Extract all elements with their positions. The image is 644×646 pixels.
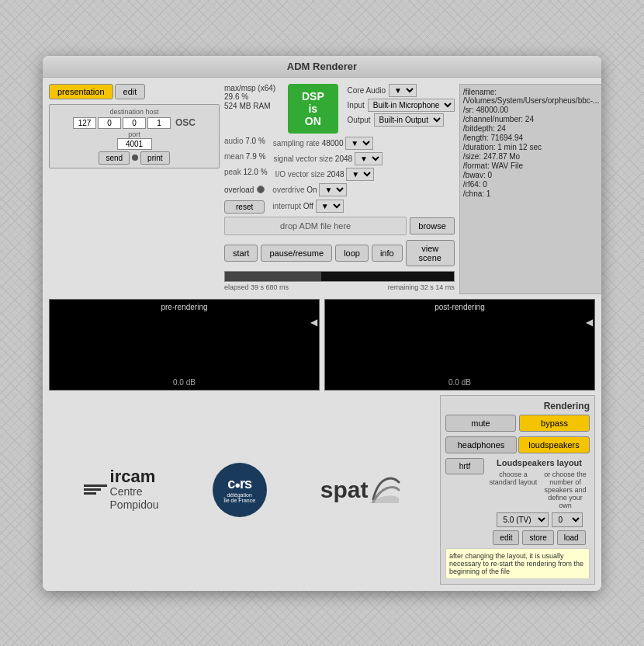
file-bitdepth: /bitdepth: 24 (463, 124, 601, 133)
signal-stats-row: mean 7.9 % signal vector size 2048 ▼ (224, 152, 455, 165)
audio-stats-row: audio 7.0 % sampling rate 48000 ▼ (224, 137, 455, 150)
ip-field-3[interactable] (123, 117, 146, 129)
ls-layout-title: Loudspeakers layout (489, 458, 590, 467)
interrupt-row: reset interrupt Off ▼ (224, 199, 455, 214)
right-panel: /filename: /Volumes/System/Users/orpheus… (459, 84, 601, 294)
overload-section: overload (224, 186, 265, 194)
tab-row: presentation edit (49, 84, 220, 99)
interrupt-stat: interrupt Off ▼ (272, 200, 343, 213)
bottom-section: ircam CentrePompidou c●rs délégationÎle … (49, 395, 595, 585)
reset-section: reset (224, 200, 265, 214)
drop-zone[interactable]: drop ADM file here (224, 217, 407, 235)
ircam-text-block: ircam CentrePompidou (110, 468, 159, 512)
ircam-bar-2 (84, 488, 101, 491)
layout-select[interactable]: 5.0 (TV) (497, 512, 549, 527)
overdrive-select[interactable]: ▼ (319, 183, 347, 196)
bypass-button[interactable]: bypass (519, 415, 590, 432)
file-channel: /channel/number: 24 (463, 115, 601, 123)
info-button[interactable]: info (372, 245, 403, 262)
audio-output-row: Output Built-in Output (348, 113, 455, 127)
post-title: post-rendering (328, 303, 591, 311)
edit-tab[interactable]: edit (115, 84, 146, 99)
start-button[interactable]: start (224, 245, 258, 262)
ls-layout-section: Loudspeakers layout choose a standard la… (489, 458, 590, 548)
input-select[interactable]: Built-in Microphone (368, 99, 455, 112)
ip-field-4[interactable] (147, 117, 171, 129)
post-meter-bars (328, 314, 591, 377)
port-field[interactable] (117, 138, 152, 150)
edit-layout-button[interactable]: edit (493, 530, 519, 545)
title-bar: ADM Renderer (43, 56, 601, 78)
rendering-panel: Rendering mute bypass headphones loudspe… (440, 395, 595, 585)
io-vector-select[interactable]: ▼ (346, 168, 374, 181)
load-layout-button[interactable]: load (557, 530, 586, 545)
num-speakers-select[interactable]: 0 (552, 512, 583, 527)
pre-db: 0.0 dB (53, 378, 316, 387)
ircam-name: ircam (110, 468, 159, 485)
transport-row: start pause/resume loop info view scene (224, 240, 455, 266)
audio-stat: audio 7.0 % (224, 137, 265, 150)
choose-standard-col: choose a standard layout (489, 471, 538, 509)
mean-stat: mean 7.9 % (224, 152, 265, 165)
main-window: ADM Renderer presentation edit destinati… (43, 56, 601, 591)
send-button[interactable]: send (99, 151, 130, 165)
ircam-bar-3 (84, 492, 96, 495)
file-sr: /sr: 48000.00 (463, 106, 601, 114)
pause-button[interactable]: pause/resume (261, 245, 332, 262)
osc-label: OSC (172, 117, 196, 129)
file-bwav: /bwav: 0 (463, 171, 601, 179)
print-button[interactable]: print (140, 151, 169, 165)
peak-stat: peak 12.0 % (224, 168, 268, 181)
spat-wave-icon (369, 476, 400, 503)
dest-host-label: destination host (53, 108, 216, 116)
headphones-button[interactable]: headphones (445, 436, 517, 453)
pre-title: pre-rendering (53, 303, 316, 311)
presentation-tab[interactable]: presentation (49, 84, 113, 99)
cnrs-text: c●rs (227, 476, 251, 492)
audio-api-select[interactable]: ▼ (389, 84, 417, 97)
osc-led (132, 155, 138, 161)
output-select[interactable]: Built-in Output (374, 113, 444, 127)
loudspeakers-button[interactable]: loudspeakers (518, 436, 590, 453)
main-content: presentation edit destination host OSC p… (43, 78, 601, 591)
file-format: /format: WAV File (463, 162, 601, 170)
ls-select-row: 5.0 (TV) 0 (489, 512, 590, 527)
progress-section: elapsed 39 s 680 ms remaining 32 s 14 ms (224, 271, 455, 291)
post-arrow: ◀ (586, 317, 593, 328)
remaining-label: remaining 32 s 14 ms (388, 283, 455, 291)
window-title: ADM Renderer (287, 61, 357, 72)
ip-field-1[interactable] (73, 117, 96, 129)
store-layout-button[interactable]: store (522, 530, 553, 545)
file-chna: /chna: 1 (463, 189, 601, 198)
reset-button[interactable]: reset (224, 200, 265, 214)
interrupt-select[interactable]: ▼ (316, 200, 344, 213)
spat-text: spat (320, 477, 369, 503)
port-label: port (53, 130, 216, 138)
view-scene-button[interactable]: view scene (406, 240, 455, 266)
ip-field-2[interactable] (98, 117, 121, 129)
sampling-rate-select[interactable]: ▼ (345, 137, 373, 150)
audio-api-name-row: Core Audio ▼ (348, 84, 455, 97)
progress-bar (224, 271, 455, 282)
overdrive-stat: overdrive On ▼ (272, 183, 347, 196)
peak-row: peak 12.0 % I/O vector size 2048 ▼ (224, 168, 455, 181)
browse-button[interactable]: browse (410, 217, 454, 234)
hrtf-ls-section: hrtf Loudspeakers layout choose a standa… (445, 458, 590, 548)
dsp-button[interactable]: DSP is ON (288, 84, 338, 134)
hrtf-button[interactable]: hrtf (445, 458, 484, 474)
mute-button[interactable]: mute (445, 415, 516, 432)
ircam-centre: CentrePompidou (110, 485, 159, 512)
elapsed-label: elapsed 39 s 680 ms (224, 283, 289, 291)
spat-logo: spat (320, 476, 401, 503)
hp-ls-row: headphones loudspeakers (445, 436, 590, 453)
pre-meter-bars (53, 314, 316, 377)
adm-row: drop ADM file here browse (224, 217, 455, 235)
pre-arrow: ◀ (310, 317, 317, 328)
signal-vector-select[interactable]: ▼ (355, 152, 383, 165)
overload-row: overload overdrive On ▼ (224, 183, 455, 196)
logos-area: ircam CentrePompidou c●rs délégationÎle … (49, 395, 435, 585)
loop-button[interactable]: loop (335, 245, 369, 262)
cnrs-logo: c●rs délégationÎle de France (213, 463, 267, 517)
file-duration: /duration: 1 min 12 sec (463, 143, 601, 151)
ircam-bars (84, 484, 107, 495)
